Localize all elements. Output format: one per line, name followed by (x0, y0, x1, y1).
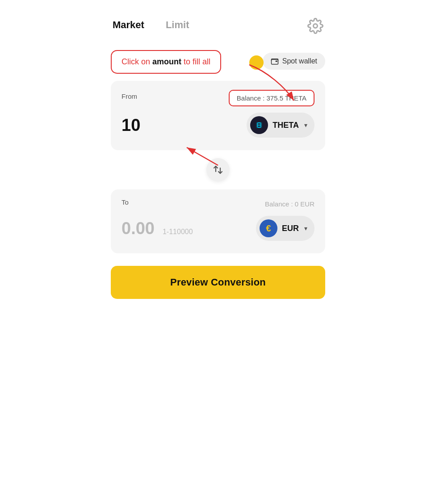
svg-point-0 (314, 24, 318, 28)
to-range-hint: 1-110000 (163, 228, 193, 236)
settings-button[interactable] (307, 18, 323, 34)
from-currency-selector[interactable]: THETA ▾ (247, 113, 314, 138)
fill-all-button[interactable]: Click on amount to fill all (111, 50, 221, 74)
fill-all-text-prefix: Click on (122, 57, 152, 66)
spot-wallet-button[interactable]: Spot wallet (263, 53, 325, 70)
from-label: From (122, 92, 137, 100)
preview-conversion-button[interactable]: Preview Conversion (111, 266, 325, 299)
wallet-icon (271, 57, 279, 65)
fill-all-text-suffix: to fill all (181, 57, 210, 66)
chevron-down-icon: ▾ (304, 122, 307, 129)
tab-bar: Market Limit (111, 18, 325, 34)
to-label: To (122, 198, 129, 206)
to-balance-text: Balance : 0 EUR (265, 200, 314, 208)
swap-row (111, 150, 325, 189)
spot-wallet-label: Spot wallet (282, 57, 317, 65)
tab-limit[interactable]: Limit (166, 19, 189, 33)
from-balance-badge[interactable]: Balance : 375.5 THETA (229, 90, 314, 106)
tab-market[interactable]: Market (113, 19, 144, 33)
to-currency-name: EUR (282, 224, 299, 233)
to-top-row: To Balance : 0 EUR (122, 198, 314, 210)
svg-rect-1 (271, 59, 278, 64)
to-currency-selector[interactable]: € EUR ▾ (256, 216, 314, 241)
chevron-down-icon-2: ▾ (304, 225, 307, 232)
from-card: From Balance : 375.5 THETA 10 THETA ▾ (111, 81, 325, 150)
from-currency-name: THETA (272, 121, 299, 130)
from-amount[interactable]: 10 (122, 116, 140, 135)
action-row: Click on amount to fill all Spot wallet (111, 50, 325, 74)
to-card: To Balance : 0 EUR 0.00 1-110000 € EUR ▾ (111, 189, 325, 253)
swap-button[interactable] (206, 158, 230, 181)
swap-vertical-icon (213, 164, 223, 175)
from-top-row: From Balance : 375.5 THETA (122, 90, 314, 106)
tabs: Market Limit (113, 19, 189, 33)
to-amount[interactable]: 0.00 (122, 219, 155, 238)
annotation-dot (249, 55, 264, 70)
from-bottom-row: 10 THETA ▾ (122, 113, 314, 138)
to-bottom-row: 0.00 1-110000 € EUR ▾ (122, 216, 314, 241)
theta-icon (250, 116, 268, 134)
euro-icon: € (260, 219, 277, 237)
fill-all-highlight: amount (152, 57, 181, 66)
gear-icon (307, 18, 323, 34)
